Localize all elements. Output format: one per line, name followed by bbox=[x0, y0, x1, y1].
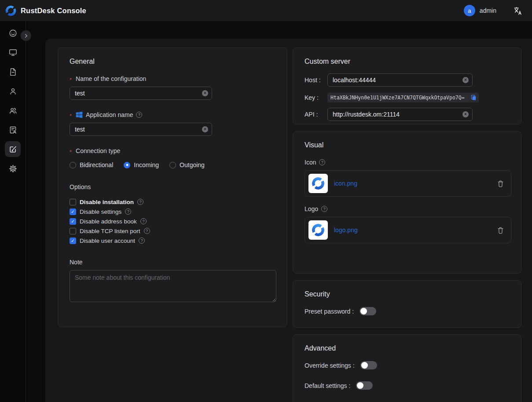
trash-icon[interactable] bbox=[497, 180, 504, 187]
user-avatar[interactable]: a bbox=[464, 5, 475, 16]
checkbox-icon[interactable]: ✓ bbox=[70, 218, 76, 225]
clear-icon[interactable]: × bbox=[462, 77, 469, 83]
logo-thumbnail bbox=[308, 220, 328, 240]
custom-server-card: Custom server Host : × Key : HtaXBkJNHyn… bbox=[293, 48, 521, 124]
checkbox-icon[interactable] bbox=[70, 199, 76, 205]
checkbox-icon[interactable]: ✓ bbox=[70, 208, 76, 215]
note-textarea[interactable] bbox=[70, 270, 276, 302]
visual-title: Visual bbox=[305, 141, 510, 149]
host-input[interactable] bbox=[327, 73, 473, 87]
key-field: HtaXBkJNHyn0e1U1jWXze7A7CN7QTGWqxkOtpaVp… bbox=[327, 93, 479, 102]
sidebar-item-documents[interactable] bbox=[5, 64, 21, 80]
app-name-input[interactable] bbox=[70, 123, 212, 136]
trash-icon[interactable] bbox=[497, 227, 504, 234]
sidebar-item-users[interactable] bbox=[5, 83, 21, 99]
help-icon[interactable]: ? bbox=[137, 199, 143, 205]
radio-label: Incoming bbox=[134, 161, 159, 168]
sidebar-collapse-button[interactable] bbox=[21, 30, 31, 41]
brand: RustDesk Console bbox=[5, 5, 86, 17]
sidebar-item-settings[interactable] bbox=[5, 161, 21, 176]
help-icon[interactable]: ? bbox=[136, 112, 142, 118]
connection-type-radio-group: BidirectionalIncomingOutgoing bbox=[70, 161, 275, 168]
monitor-icon bbox=[8, 48, 18, 57]
clear-icon[interactable]: × bbox=[462, 111, 469, 117]
default-settings-toggle[interactable] bbox=[356, 381, 373, 390]
visual-card: Visual Icon ? icon.png Logo ? logo.png bbox=[293, 131, 521, 274]
sidebar-item-address-books[interactable] bbox=[5, 122, 21, 138]
icon-label: Icon ? bbox=[305, 159, 510, 166]
override-settings-label: Override settings : bbox=[305, 362, 355, 369]
help-icon[interactable]: ? bbox=[139, 238, 145, 244]
options-list: Disable installation?✓Disable settings?✓… bbox=[70, 197, 275, 245]
api-row: API : × bbox=[305, 108, 510, 121]
preset-password-row: Preset password : bbox=[305, 307, 510, 315]
radio-incoming[interactable]: Incoming bbox=[124, 161, 159, 168]
sidebar-item-devices[interactable] bbox=[5, 44, 21, 60]
default-settings-label: Default settings : bbox=[305, 382, 350, 389]
radio-dot-icon[interactable] bbox=[70, 162, 76, 168]
radio-bidirectional[interactable]: Bidirectional bbox=[70, 161, 113, 168]
icon-thumbnail bbox=[308, 174, 328, 193]
help-icon[interactable]: ? bbox=[321, 206, 327, 212]
key-label: Key : bbox=[305, 94, 327, 101]
windows-icon bbox=[76, 111, 83, 118]
custom-server-title: Custom server bbox=[305, 58, 510, 66]
key-row: Key : HtaXBkJNHyn0e1U1jWXze7A7CN7QTGWqxk… bbox=[305, 93, 510, 102]
config-name-input[interactable] bbox=[70, 87, 212, 100]
key-value: HtaXBkJNHyn0e1U1jWXze7A7CN7QTGWqxkOtpaVp… bbox=[330, 95, 468, 101]
app-title: RustDesk Console bbox=[21, 7, 86, 15]
option-disable-tcp-listen-port: Disable TCP listen port? bbox=[70, 226, 275, 236]
override-settings-row: Override settings : bbox=[305, 361, 510, 369]
logo-label: Logo ? bbox=[305, 205, 510, 212]
radio-dot-icon[interactable] bbox=[169, 162, 176, 168]
icon-file-link[interactable]: icon.png bbox=[334, 180, 357, 187]
logo-file-link[interactable]: logo.png bbox=[334, 227, 358, 234]
radio-outgoing[interactable]: Outgoing bbox=[169, 161, 205, 168]
help-icon[interactable]: ? bbox=[125, 208, 131, 215]
sidebar-item-welcome[interactable] bbox=[5, 25, 21, 41]
sidebar-item-custom-clients[interactable] bbox=[5, 141, 21, 157]
logo-file-item: logo.png bbox=[305, 217, 511, 243]
copy-icon[interactable] bbox=[470, 95, 477, 101]
api-field: × bbox=[327, 108, 473, 121]
api-label: API : bbox=[305, 111, 327, 118]
clear-icon[interactable]: × bbox=[202, 126, 208, 132]
security-title: Security bbox=[305, 290, 510, 298]
option-disable-settings: ✓Disable settings? bbox=[70, 207, 275, 216]
host-label: Host : bbox=[305, 77, 327, 84]
app-name-label: Application name ? bbox=[70, 111, 275, 118]
note-label: Note bbox=[70, 259, 275, 266]
radio-label: Bidirectional bbox=[80, 161, 113, 168]
option-label: Disable settings bbox=[80, 208, 121, 215]
api-input[interactable] bbox=[327, 108, 473, 121]
option-disable-address-book: ✓Disable address book? bbox=[70, 216, 275, 226]
help-icon[interactable]: ? bbox=[144, 228, 150, 234]
sidebar-item-groups[interactable] bbox=[5, 102, 21, 118]
checkbox-icon[interactable]: ✓ bbox=[70, 238, 76, 244]
gear-icon bbox=[8, 164, 18, 173]
option-label: Disable TCP listen port bbox=[80, 228, 140, 234]
connection-type-label: Connection type bbox=[70, 147, 275, 154]
option-disable-user-account: ✓Disable user account? bbox=[70, 236, 275, 245]
user-group-icon bbox=[8, 106, 18, 115]
document-icon bbox=[8, 67, 18, 77]
security-card: Security Preset password : bbox=[293, 280, 521, 328]
preset-password-toggle[interactable] bbox=[360, 307, 376, 315]
radio-dot-icon[interactable] bbox=[124, 162, 130, 168]
config-name-label: Name of the configuration bbox=[70, 75, 275, 82]
rustdesk-logo-icon bbox=[311, 176, 325, 190]
clear-icon[interactable]: × bbox=[202, 90, 208, 96]
rustdesk-logo-icon bbox=[5, 5, 17, 17]
topbar: RustDesk Console a admin bbox=[0, 0, 532, 21]
translate-icon[interactable] bbox=[513, 6, 522, 15]
username[interactable]: admin bbox=[480, 7, 496, 14]
advanced-card: Advanced Override settings : Default set… bbox=[293, 334, 521, 402]
help-icon[interactable]: ? bbox=[319, 159, 325, 165]
override-settings-toggle[interactable] bbox=[360, 361, 377, 369]
advanced-title: Advanced bbox=[305, 344, 510, 352]
help-icon[interactable]: ? bbox=[140, 218, 147, 224]
general-title: General bbox=[70, 58, 275, 66]
checkbox-icon[interactable] bbox=[70, 228, 76, 234]
smiley-icon bbox=[8, 29, 18, 38]
options-label: Options bbox=[70, 183, 275, 190]
